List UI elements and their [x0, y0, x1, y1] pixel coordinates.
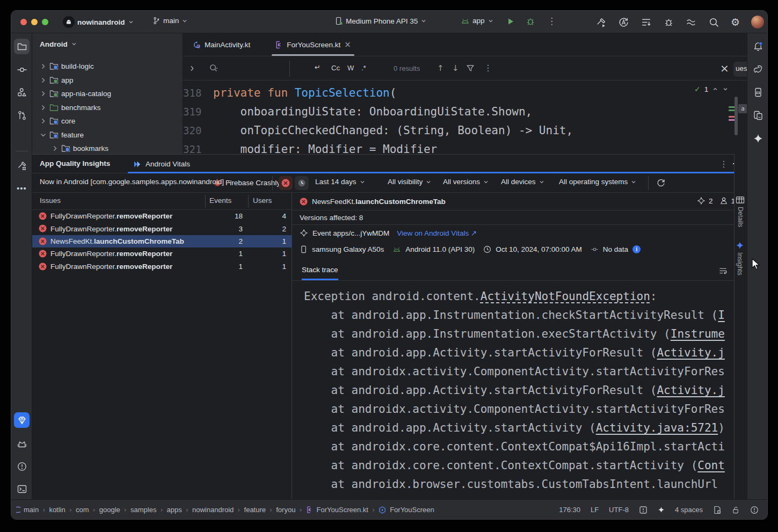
column-header-events[interactable]: Events: [209, 196, 231, 205]
project-view-selector[interactable]: Android: [32, 33, 183, 55]
issue-row[interactable]: FullyDrawnReporter.removeReporter11: [32, 260, 292, 273]
ai-status-icon[interactable]: [658, 506, 665, 513]
tree-item-app-nia-catalog[interactable]: app-nia-catalog: [32, 87, 183, 101]
code-line[interactable]: 319 onboardingUiState: OnboardingUiState…: [183, 102, 747, 121]
tab-insights[interactable]: Insights: [736, 241, 744, 275]
stack-frame-link[interactable]: Cont: [697, 459, 725, 472]
more-run-options-icon[interactable]: ⋮: [547, 16, 556, 26]
code-viewport[interactable]: 318private fun TopicSelection(319 onboar…: [183, 83, 747, 154]
issue-row[interactable]: FullyDrawnReporter.removeReporter184: [32, 210, 292, 222]
close-tab-icon[interactable]: ×: [344, 40, 351, 49]
code-line[interactable]: 320 onTopicCheckedChanged: (String, Bool…: [183, 121, 747, 140]
run-button[interactable]: [506, 17, 515, 26]
editor-tab-foryouscreen[interactable]: ForYouScreen.kt ×: [268, 33, 358, 56]
stack-trace-line[interactable]: at androidx.activity.ComponentActivity.s…: [304, 362, 734, 381]
tree-item-benchmarks[interactable]: benchmarks: [32, 101, 183, 115]
resource-manager-tool-button[interactable]: [14, 84, 30, 100]
profiler-icon[interactable]: [663, 17, 674, 28]
search-everywhere-icon[interactable]: [708, 17, 719, 28]
breadcrumb-item-kotlin[interactable]: kotlin: [49, 506, 65, 514]
chevron-right-icon[interactable]: [40, 63, 47, 70]
issue-row[interactable]: FullyDrawnReporter.removeReporter11: [32, 247, 292, 260]
stack-frame-link[interactable]: Instrume: [671, 327, 725, 340]
refresh-icon[interactable]: [656, 178, 666, 187]
run-configuration-selector[interactable]: app: [461, 17, 494, 25]
words-toggle[interactable]: W: [347, 64, 354, 72]
running-devices-button[interactable]: [750, 84, 766, 100]
search-input[interactable]: [225, 61, 285, 76]
filter-dropdown-all-devices[interactable]: All devices: [501, 178, 545, 186]
app-scope-dropdown[interactable]: Now in Android [com.google.samples.apps.…: [40, 178, 233, 186]
filter-dropdown-all-operating-systems[interactable]: All operating systems: [559, 178, 637, 186]
settings-gear-icon[interactable]: ⚙: [731, 17, 740, 28]
info-icon[interactable]: i: [632, 245, 641, 253]
project-selector[interactable]: nowinandroid: [63, 16, 134, 28]
stack-trace-line[interactable]: at androidx.activity.ComponentActivity.s…: [304, 400, 734, 419]
editor-scrollbar[interactable]: [735, 97, 738, 135]
app-quality-insights-tool-button[interactable]: [14, 412, 30, 428]
debug-button[interactable]: [526, 17, 535, 26]
chevron-right-icon[interactable]: [40, 77, 47, 84]
chevron-right-icon[interactable]: [40, 104, 47, 111]
column-header-issues[interactable]: Issues: [40, 196, 61, 205]
close-window-button[interactable]: [20, 19, 27, 25]
issue-row[interactable]: FullyDrawnReporter.removeReporter32: [32, 222, 292, 235]
collapse-find-icon[interactable]: [188, 65, 195, 72]
minimize-window-button[interactable]: [31, 19, 38, 25]
terminal-tool-button[interactable]: [14, 481, 30, 497]
maximize-window-button[interactable]: [42, 19, 48, 25]
stack-frame-link[interactable]: Activity.java:5721: [596, 421, 718, 434]
tree-item-build-logic[interactable]: build-logic: [32, 60, 183, 74]
logcat-tool-button[interactable]: [14, 436, 30, 451]
error-summary-icon[interactable]: [750, 506, 759, 514]
project-tool-button[interactable]: [14, 39, 30, 54]
breadcrumb-item-apps[interactable]: apps: [167, 506, 182, 514]
stack-trace-line[interactable]: at android.app.Instrumentation.checkStar…: [304, 306, 734, 325]
stack-frame-link[interactable]: I: [718, 309, 725, 322]
column-header-users[interactable]: Users: [253, 196, 272, 205]
filter-dropdown-last-14-days[interactable]: Last 14 days: [315, 178, 366, 186]
more-search-options-icon[interactable]: ⋮: [484, 63, 492, 73]
notifications-button[interactable]: [750, 39, 766, 54]
stack-trace-line[interactable]: at android.app.Instrumentation.execStart…: [304, 325, 734, 344]
match-case-toggle[interactable]: Cc: [331, 64, 340, 72]
unlock-icon[interactable]: [732, 506, 740, 514]
chevron-right-icon[interactable]: [52, 145, 59, 152]
caret-position[interactable]: 176:30: [559, 506, 580, 514]
device-selector[interactable]: Medium Phone API 35: [335, 17, 427, 25]
close-find-icon[interactable]: ×: [720, 62, 729, 75]
code-line[interactable]: 321 modifier: Modifier = Modifier: [183, 140, 747, 154]
code-line[interactable]: 318private fun TopicSelection(: [183, 83, 747, 102]
filter-dropdown-all-visibility[interactable]: All visibility: [388, 178, 432, 186]
highlight-level-icon[interactable]: [639, 506, 648, 514]
breadcrumb-item-ForYouScreen.kt[interactable]: ForYouScreen.kt: [306, 506, 368, 514]
tree-item-app[interactable]: app: [32, 74, 183, 88]
gemini-button[interactable]: [750, 130, 766, 146]
newline-icon[interactable]: ↵: [315, 63, 321, 71]
breadcrumb-item-samples[interactable]: samples: [130, 506, 156, 514]
next-occurrence-icon[interactable]: ↓: [452, 63, 459, 73]
branch-selector[interactable]: main: [152, 17, 188, 25]
stack-trace-line[interactable]: at androidx.browser.customtabs.CustomTab…: [304, 475, 734, 494]
stack-trace-line[interactable]: at androidx.core.content.ContextCompat.s…: [304, 456, 734, 475]
build-icon[interactable]: [595, 17, 607, 28]
editor-tab-mainactivity[interactable]: MainActivity.kt: [186, 33, 257, 56]
stack-trace-line[interactable]: at android.app.Activity.startActivity (A…: [304, 419, 734, 438]
breadcrumb-item-feature[interactable]: feature: [244, 506, 266, 514]
line-ending[interactable]: LF: [591, 506, 599, 514]
next-problem-icon[interactable]: [722, 86, 729, 92]
tab-details[interactable]: Details: [736, 196, 745, 227]
avatar[interactable]: [751, 16, 764, 28]
issue-row[interactable]: NewsFeedKt.launchCustomChromeTab21: [32, 235, 292, 247]
stack-trace-line[interactable]: at android.app.Activity.startActivityFor…: [304, 381, 734, 400]
stack-trace[interactable]: Exception android.content.ActivityNotFou…: [292, 287, 734, 494]
chevron-right-icon[interactable]: [40, 118, 47, 125]
stack-trace-tab[interactable]: Stack trace: [302, 266, 338, 280]
panel-options-icon[interactable]: ⋮: [719, 159, 728, 169]
breadcrumb-item-com[interactable]: com: [76, 506, 89, 514]
gradle-button[interactable]: [750, 61, 766, 77]
sync-project-icon[interactable]: [618, 17, 629, 28]
anr-filter-toggle[interactable]: [295, 176, 309, 190]
previous-occurrence-icon[interactable]: ↑: [437, 63, 444, 73]
prev-problem-icon[interactable]: [712, 86, 718, 92]
